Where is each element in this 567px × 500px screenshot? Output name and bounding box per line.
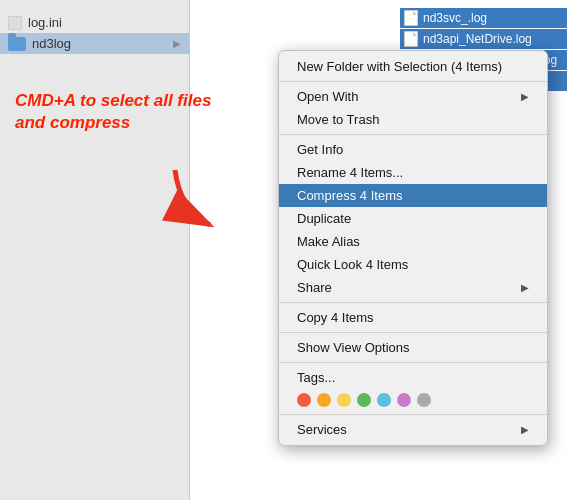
chevron-right-icon: ▶ (173, 38, 181, 49)
menu-separator (279, 81, 547, 82)
menu-item-make-alias[interactable]: Make Alias (279, 230, 547, 253)
tag-dot-gray[interactable] (417, 393, 431, 407)
menu-separator (279, 134, 547, 135)
menu-item-compress[interactable]: Compress 4 Items (279, 184, 547, 207)
tag-dot-blue[interactable] (377, 393, 391, 407)
menu-separator (279, 414, 547, 415)
submenu-arrow-icon: ▶ (521, 91, 529, 102)
menu-separator (279, 332, 547, 333)
sidebar-item-logini[interactable]: log.ini (0, 12, 189, 33)
menu-item-show-view-options[interactable]: Show View Options (279, 336, 547, 359)
arrow-icon (160, 160, 240, 240)
menu-item-tags-label[interactable]: Tags... (279, 366, 547, 389)
menu-item-services[interactable]: Services ▶ (279, 418, 547, 441)
sidebar: log.ini nd3log ▶ (0, 0, 190, 500)
menu-separator (279, 302, 547, 303)
submenu-arrow-icon: ▶ (521, 424, 529, 435)
list-item[interactable]: nd3api_NetDrive.log (400, 29, 567, 49)
instruction-text: CMD+A to select all files and compress (15, 90, 211, 134)
menu-item-open-with[interactable]: Open With ▶ (279, 85, 547, 108)
sidebar-item-label: nd3log (32, 36, 71, 51)
menu-item-share[interactable]: Share ▶ (279, 276, 547, 299)
sidebar-item-label: log.ini (28, 15, 62, 30)
submenu-arrow-icon: ▶ (521, 282, 529, 293)
menu-item-copy[interactable]: Copy 4 Items (279, 306, 547, 329)
file-name: nd3api_NetDrive.log (423, 32, 532, 46)
context-menu: New Folder with Selection (4 Items) Open… (278, 50, 548, 446)
file-icon (404, 31, 418, 47)
sidebar-item-nd3log[interactable]: nd3log ▶ (0, 33, 189, 54)
menu-item-get-info[interactable]: Get Info (279, 138, 547, 161)
tag-dot-yellow[interactable] (337, 393, 351, 407)
menu-separator (279, 362, 547, 363)
folder-icon (8, 37, 26, 51)
menu-item-rename[interactable]: Rename 4 Items... (279, 161, 547, 184)
menu-item-quick-look[interactable]: Quick Look 4 Items (279, 253, 547, 276)
tag-dot-red[interactable] (297, 393, 311, 407)
tags-row (279, 389, 547, 411)
menu-item-duplicate[interactable]: Duplicate (279, 207, 547, 230)
tag-dot-purple[interactable] (397, 393, 411, 407)
tag-dot-orange[interactable] (317, 393, 331, 407)
file-icon (8, 16, 22, 30)
tag-dot-green[interactable] (357, 393, 371, 407)
menu-item-new-folder-selection[interactable]: New Folder with Selection (4 Items) (279, 55, 547, 78)
list-item[interactable]: nd3svc_.log (400, 8, 567, 28)
menu-item-move-to-trash[interactable]: Move to Trash (279, 108, 547, 131)
file-name: nd3svc_.log (423, 11, 487, 25)
file-icon (404, 10, 418, 26)
